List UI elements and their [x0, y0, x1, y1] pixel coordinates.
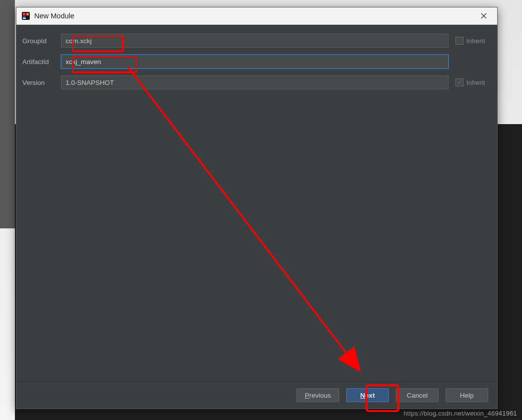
version-row: Version ✓ Inherit — [21, 75, 492, 89]
titlebar: New Module — [16, 7, 497, 25]
cancel-button[interactable]: Cancel — [396, 388, 439, 402]
svg-rect-4 — [23, 18, 26, 19]
groupid-input[interactable] — [61, 34, 448, 48]
inherit-label: Inherit — [466, 79, 485, 86]
artifactid-input[interactable] — [61, 55, 448, 69]
groupid-inherit[interactable]: Inherit — [448, 37, 492, 45]
close-icon[interactable] — [475, 7, 492, 24]
version-inherit[interactable]: ✓ Inherit — [448, 78, 492, 86]
checkbox-checked-icon[interactable]: ✓ — [455, 78, 463, 86]
version-input[interactable] — [61, 75, 448, 89]
version-label: Version — [21, 79, 61, 86]
previous-button[interactable]: Previous — [297, 388, 339, 402]
artifactid-label: ArtifactId — [21, 58, 61, 66]
dialog-footer: Previous Next Cancel Help — [16, 381, 497, 409]
groupid-label: GroupId — [21, 37, 61, 45]
dialog-title: New Module — [34, 12, 75, 20]
svg-rect-2 — [26, 13, 29, 15]
watermark-text: https://blog.csdn.net/weixin_46941961 — [403, 410, 517, 417]
checkbox-icon[interactable] — [455, 37, 463, 45]
bg-strip — [0, 0, 15, 228]
artifactid-row: ArtifactId Inherit — [21, 55, 492, 69]
dialog-content: GroupId Inherit ArtifactId Inherit Versi… — [16, 25, 497, 381]
intellij-icon — [21, 11, 30, 20]
next-button[interactable]: Next — [346, 388, 389, 402]
groupid-row: GroupId Inherit — [21, 34, 492, 48]
new-module-dialog: New Module GroupId Inherit ArtifactId In… — [16, 7, 498, 409]
svg-rect-1 — [23, 13, 25, 15]
inherit-label: Inherit — [466, 37, 485, 45]
help-button[interactable]: Help — [446, 388, 488, 402]
